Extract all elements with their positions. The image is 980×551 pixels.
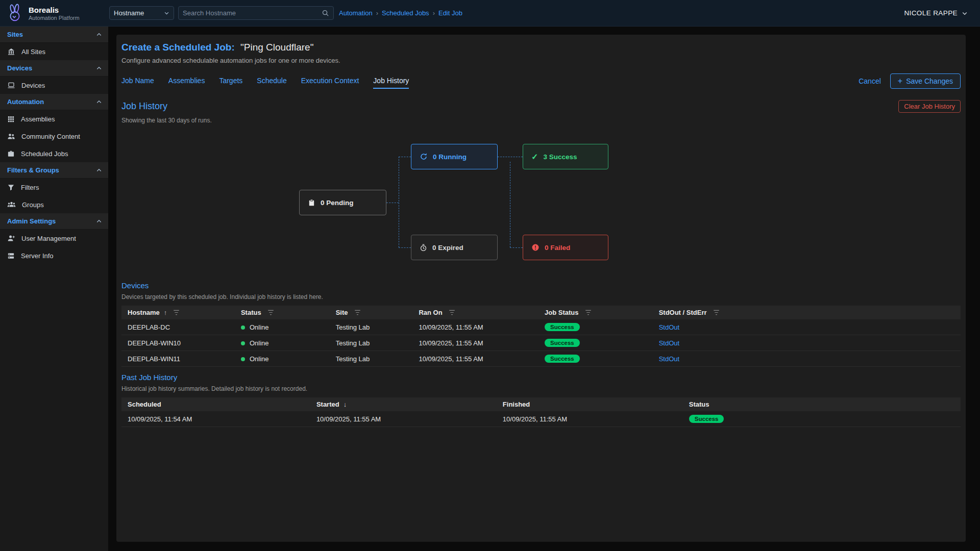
plus-icon: + xyxy=(898,77,902,85)
tab-job-name[interactable]: Job Name xyxy=(121,77,154,89)
tab-job-history[interactable]: Job History xyxy=(373,77,409,89)
tab-assemblies[interactable]: Assemblies xyxy=(168,77,205,89)
filter-menu-icon[interactable] xyxy=(713,309,720,316)
ran-on-cell: 10/09/2025, 11:55 AM xyxy=(412,335,538,351)
breadcrumb-automation[interactable]: Automation xyxy=(339,9,373,17)
job-history-subheading: Showing the last 30 days of runs. xyxy=(121,117,961,124)
col-ran-on[interactable]: Ran On xyxy=(412,306,538,319)
col-label: Finished xyxy=(503,400,530,408)
timer-icon xyxy=(420,244,427,252)
hostname-dropdown[interactable]: Hostname xyxy=(109,6,174,20)
devices-table-header-row: Hostname ↑ Status Site Ran On xyxy=(121,306,961,319)
job-status-cell: Success xyxy=(538,335,653,351)
col-job-status[interactable]: Job Status xyxy=(538,306,653,319)
chevron-up-icon xyxy=(96,32,102,38)
briefcase-icon xyxy=(7,150,15,158)
filter-menu-icon[interactable] xyxy=(585,309,592,316)
connector-line xyxy=(498,157,523,157)
sidebar-item-label: Filters xyxy=(21,184,39,191)
sidebar-item-community-content[interactable]: Community Content xyxy=(0,128,108,145)
sidebar-item-groups[interactable]: Groups xyxy=(0,196,108,213)
brand: Borealis Automation Platform xyxy=(0,4,108,23)
stdout-link[interactable]: StdOut xyxy=(659,323,679,331)
sidebar-section-filters-groups[interactable]: Filters & Groups xyxy=(0,162,108,179)
online-dot-icon xyxy=(241,341,245,345)
sidebar-item-all-sites[interactable]: All Sites xyxy=(0,43,108,60)
stdout-cell: StdOut xyxy=(653,335,961,351)
filter-menu-icon[interactable] xyxy=(354,309,361,316)
breadcrumb: Automation › Scheduled Jobs › Edit Job xyxy=(339,9,462,17)
people-icon xyxy=(7,132,15,140)
sort-ascending-icon[interactable]: ↑ xyxy=(164,309,167,316)
col-finished[interactable]: Finished xyxy=(497,397,683,411)
tab-targets[interactable]: Targets xyxy=(219,77,242,89)
page-title-prefix: Create a Scheduled Job: xyxy=(121,42,235,53)
col-label: Job Status xyxy=(545,309,578,316)
sort-descending-icon[interactable]: ↓ xyxy=(344,400,347,408)
col-label: Started xyxy=(316,400,339,408)
sidebar-section-sites[interactable]: Sites xyxy=(0,27,108,43)
col-hostname[interactable]: Hostname ↑ xyxy=(121,306,235,319)
col-started[interactable]: Started ↓ xyxy=(310,397,497,411)
stdout-cell: StdOut xyxy=(653,351,961,367)
tab-execution-context[interactable]: Execution Context xyxy=(301,77,359,89)
hostname-cell: DEEPLAB-WIN11 xyxy=(121,351,235,367)
col-status[interactable]: Status xyxy=(683,397,961,411)
job-status-flow-diagram: 0 Pending 0 Running ✓ 3 Success 0 Expire… xyxy=(121,131,961,275)
sidebar-section-devices[interactable]: Devices xyxy=(0,60,108,77)
sidebar-item-scheduled-jobs[interactable]: Scheduled Jobs xyxy=(0,145,108,162)
stdout-link[interactable]: StdOut xyxy=(659,339,679,347)
page-subtitle: Configure advanced schedulable automatio… xyxy=(121,57,961,64)
pending-status-card: 0 Pending xyxy=(299,190,386,215)
col-scheduled[interactable]: Scheduled xyxy=(121,397,310,411)
ran-on-cell: 10/09/2025, 11:55 AM xyxy=(412,319,538,335)
sidebar-item-assemblies[interactable]: Assemblies xyxy=(0,110,108,128)
col-label: Site xyxy=(336,309,348,316)
pending-count-label: 0 Pending xyxy=(321,199,354,207)
failed-count-label: 0 Failed xyxy=(545,244,570,252)
brand-name: Borealis xyxy=(29,6,80,14)
past-job-history-heading: Past Job History xyxy=(121,373,961,382)
col-status[interactable]: Status xyxy=(235,306,330,319)
col-stdout-stderr[interactable]: StdOut / StdErr xyxy=(653,306,961,319)
online-dot-icon xyxy=(241,325,245,330)
laptop-icon xyxy=(7,81,15,89)
sidebar-item-server-info[interactable]: Server Info xyxy=(0,247,108,264)
brand-tagline: Automation Platform xyxy=(29,15,80,21)
sidebar-item-filters[interactable]: Filters xyxy=(0,179,108,196)
save-changes-button[interactable]: + Save Changes xyxy=(890,73,961,89)
expired-status-card: 0 Expired xyxy=(411,235,498,260)
sidebar-section-admin-settings[interactable]: Admin Settings xyxy=(0,213,108,230)
sidebar-item-devices[interactable]: Devices xyxy=(0,77,108,94)
table-row: DEEPLAB-WIN10 Online Testing Lab 10/09/2… xyxy=(121,335,961,351)
filter-menu-icon[interactable] xyxy=(173,309,180,316)
sidebar-item-label: User Management xyxy=(21,235,76,242)
past-table-header-row: Scheduled Started ↓ Finished Status xyxy=(121,397,961,411)
stdout-link[interactable]: StdOut xyxy=(659,355,679,363)
filter-menu-icon[interactable] xyxy=(449,309,455,316)
edit-job-panel: Create a Scheduled Job: "Ping Cloudflare… xyxy=(116,35,966,542)
main-content: Create a Scheduled Job: "Ping Cloudflare… xyxy=(108,27,980,551)
clear-job-history-button[interactable]: Clear Job History xyxy=(898,100,961,113)
col-label: Status xyxy=(241,309,261,316)
job-status-cell: Success xyxy=(538,351,653,367)
col-site[interactable]: Site xyxy=(330,306,413,319)
connector-line xyxy=(510,247,523,248)
breadcrumb-scheduled-jobs[interactable]: Scheduled Jobs xyxy=(382,9,429,17)
filter-menu-icon[interactable] xyxy=(267,309,274,316)
sidebar-section-automation[interactable]: Automation xyxy=(0,94,108,110)
user-menu[interactable]: NICOLE RAPPE xyxy=(904,9,968,17)
breadcrumb-edit-job[interactable]: Edit Job xyxy=(438,9,462,17)
sidebar-item-user-management[interactable]: User Management xyxy=(0,230,108,247)
user-icon xyxy=(7,234,15,242)
cancel-button[interactable]: Cancel xyxy=(859,77,881,85)
tab-schedule[interactable]: Schedule xyxy=(257,77,286,89)
search-icon[interactable] xyxy=(322,9,329,17)
success-count-label: 3 Success xyxy=(543,153,577,161)
search-input[interactable] xyxy=(183,9,322,17)
sidebar-item-label: Server Info xyxy=(21,252,54,260)
sidebar-item-label: Groups xyxy=(22,201,44,209)
hostname-cell: DEEPLAB-WIN10 xyxy=(121,335,235,351)
tab-bar: Job Name Assemblies Targets Schedule Exe… xyxy=(121,73,961,92)
grid-icon xyxy=(7,115,15,123)
